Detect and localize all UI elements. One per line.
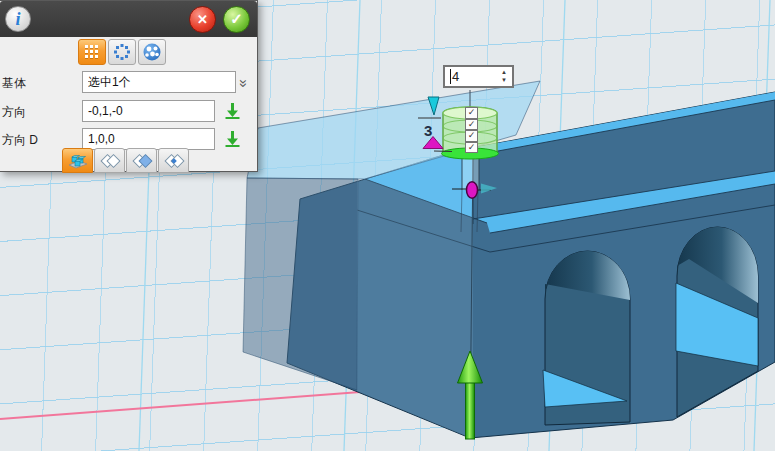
cubes-stack-icon xyxy=(66,151,90,171)
text-cursor xyxy=(450,69,451,84)
pattern-type-linear-button[interactable] xyxy=(78,39,106,65)
instance-checkbox-1[interactable]: ✓ xyxy=(465,107,478,119)
circular-pattern-icon xyxy=(112,42,132,62)
diamond-dot-icon xyxy=(162,151,186,171)
base-field-label: 基体 xyxy=(2,75,26,92)
pick-direction-d-icon[interactable] xyxy=(223,129,242,148)
tick-line-2 xyxy=(434,151,452,152)
direction-d-input[interactable] xyxy=(82,128,215,150)
display-outline-instances-button[interactable] xyxy=(94,148,125,173)
confirm-button[interactable]: ✓ xyxy=(223,6,250,33)
display-diamond-dot-button[interactable] xyxy=(158,148,189,173)
display-solid-instances-button[interactable] xyxy=(62,148,93,173)
cad-viewport[interactable]: 4 ▲ ▼ 3 ✓ ✓ ✓ ✓ i ✕ ✓ xyxy=(0,0,775,451)
display-filled-diamond-button[interactable] xyxy=(126,148,157,173)
close-icon: ✕ xyxy=(197,12,208,27)
instance-count-label: 3 xyxy=(424,122,432,139)
pattern-type-row xyxy=(78,39,166,65)
point-drag-handle[interactable] xyxy=(467,182,478,198)
check-icon: ✓ xyxy=(230,10,243,28)
pattern-dialog: i ✕ ✓ xyxy=(0,0,258,172)
spinner-down-icon[interactable]: ▼ xyxy=(501,78,507,83)
two-diamonds-icon xyxy=(98,151,122,171)
pick-direction-icon[interactable] xyxy=(223,101,242,120)
arch-opening-2 xyxy=(676,227,758,417)
base-selection-input[interactable] xyxy=(82,71,236,93)
instance-checkbox-3[interactable]: ✓ xyxy=(465,130,478,142)
pattern-type-point-button[interactable] xyxy=(138,39,166,65)
direction-field-label: 方向 xyxy=(2,104,26,121)
pattern-count-value[interactable]: 4 xyxy=(452,69,501,84)
cancel-button[interactable]: ✕ xyxy=(189,6,216,33)
instance-checkbox-4[interactable]: ✓ xyxy=(465,142,478,154)
arch-opening-1 xyxy=(543,251,630,425)
dialog-titlebar[interactable]: i ✕ ✓ xyxy=(0,1,257,37)
display-mode-row xyxy=(62,148,189,173)
instance-toggle-list: ✓ ✓ ✓ ✓ xyxy=(465,107,478,153)
diamond-filled-icon xyxy=(130,151,154,171)
instance-checkbox-2[interactable]: ✓ xyxy=(465,119,478,131)
info-icon[interactable]: i xyxy=(5,6,31,32)
sphere-pattern-icon xyxy=(142,42,162,62)
preview-slab-left-face[interactable] xyxy=(243,178,358,390)
pattern-type-circular-button[interactable] xyxy=(108,39,136,65)
expand-chevron-icon[interactable]: » xyxy=(236,79,253,85)
pattern-count-spinner[interactable]: 4 ▲ ▼ xyxy=(443,65,514,88)
spinner-up-icon[interactable]: ▲ xyxy=(501,70,507,75)
direction-d-field-label: 方向 D xyxy=(2,132,38,149)
direction-input[interactable] xyxy=(82,100,215,122)
preview-slab-front-veil xyxy=(357,147,473,438)
linear-grid-icon xyxy=(85,45,99,59)
